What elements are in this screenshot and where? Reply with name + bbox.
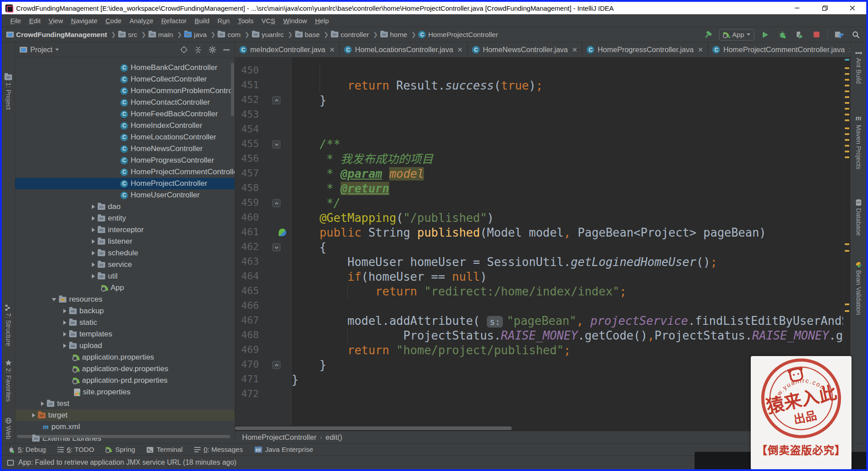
tool-window-button-Java-Enterprise[interactable]: EEJava Enterprise: [255, 446, 313, 454]
tree-item-service[interactable]: service: [15, 259, 234, 270]
warning-stripe-mark[interactable]: [845, 114, 849, 115]
caret-stripe-mark[interactable]: [845, 59, 849, 61]
warning-stripe-mark[interactable]: [845, 67, 849, 69]
fold-marker-icon[interactable]: [272, 199, 280, 207]
menu-item-build[interactable]: Build: [190, 16, 213, 26]
tool-window-button-Terminal[interactable]: Terminal: [147, 446, 183, 454]
tool-stripe-button-Ant-Build[interactable]: Ant Build: [851, 50, 866, 84]
warning-stripe-mark[interactable]: [845, 90, 849, 92]
tab-HomeProgressController.java[interactable]: CHomeProgressController.java✕: [582, 42, 708, 57]
tool-stripe-button-1--Project[interactable]: 1: Project: [2, 74, 15, 110]
warning-stripe-mark[interactable]: [845, 151, 849, 152]
menu-item-vcs[interactable]: VCS: [257, 16, 279, 26]
chevron-down-icon[interactable]: [55, 49, 59, 51]
menu-item-edit[interactable]: Edit: [25, 16, 45, 26]
tree-expand-arrow[interactable]: [92, 216, 95, 221]
search-everywhere-icon[interactable]: [850, 29, 862, 41]
tree-item-application.properties[interactable]: application.properties: [15, 352, 234, 363]
breadcrumb-item-src[interactable]: src: [118, 31, 137, 39]
breadcrumb-item-controller[interactable]: controller: [331, 31, 369, 39]
tree-item-static[interactable]: static: [15, 317, 234, 328]
tool-stripe-button-Web[interactable]: Web: [2, 418, 15, 439]
tab-HomeNewsController.java[interactable]: CHomeNewsController.java✕: [468, 42, 582, 57]
tree-expand-arrow[interactable]: [63, 332, 66, 336]
tree-item-HomeProjectCommentController[interactable]: CHomeProjectCommentController: [15, 166, 234, 178]
warning-stripe-mark[interactable]: [845, 156, 849, 158]
tree-item-dao[interactable]: dao: [15, 201, 234, 213]
tree-expand-arrow[interactable]: [92, 239, 95, 244]
tree-item-test[interactable]: test: [15, 398, 234, 410]
spring-bean-gutter-icon[interactable]: [279, 229, 286, 236]
tree-expand-arrow[interactable]: [63, 320, 66, 325]
warning-stripe-mark[interactable]: [845, 108, 849, 110]
settings-gear-icon[interactable]: [208, 45, 217, 54]
warning-stripe-mark[interactable]: [845, 243, 849, 245]
warning-stripe-mark[interactable]: [845, 96, 849, 98]
tree-item-External-Libraries[interactable]: External Libraries: [15, 433, 234, 443]
tool-stripe-button-Maven-Projects[interactable]: mMaven Projects: [851, 114, 866, 169]
tab-close-icon[interactable]: ✕: [457, 46, 463, 54]
build-hammer-icon[interactable]: [702, 29, 714, 41]
breadcrumb-item-main[interactable]: main: [148, 31, 173, 39]
warning-stripe-mark[interactable]: [845, 133, 849, 135]
tree-item-App[interactable]: App: [15, 282, 234, 294]
menu-item-tools[interactable]: Tools: [234, 16, 257, 26]
tree-expand-arrow[interactable]: [92, 274, 95, 279]
warning-stripe-mark[interactable]: [845, 250, 849, 252]
locate-file-icon[interactable]: [179, 45, 188, 54]
tool-window-toggle-icon[interactable]: [7, 460, 14, 466]
warning-stripe-mark[interactable]: [845, 303, 849, 305]
tree-item-HomeUserController[interactable]: CHomeUserController: [15, 189, 234, 201]
tool-stripe-button-Bean-Validation[interactable]: Bean Validation: [851, 262, 866, 315]
tool-window-button-Spring[interactable]: Spring: [106, 446, 135, 454]
tree-item-templates[interactable]: templates: [15, 328, 234, 340]
tree-item-HomeBankCardController[interactable]: CHomeBankCardController: [15, 62, 234, 74]
menu-item-help[interactable]: Help: [311, 16, 333, 26]
tree-item-util[interactable]: util: [15, 270, 234, 282]
tree-item-HomeContactController[interactable]: CHomeContactController: [15, 97, 234, 108]
tree-item-HomeNewsController[interactable]: CHomeNewsController: [15, 143, 234, 155]
menu-item-refactor[interactable]: Refactor: [157, 16, 191, 26]
tool-windows-icon[interactable]: [833, 29, 845, 41]
tree-item-HomeCollectController[interactable]: CHomeCollectController: [15, 74, 234, 85]
warning-stripe-mark[interactable]: [845, 127, 849, 129]
debug-button[interactable]: [777, 29, 788, 41]
tree-expand-arrow[interactable]: [92, 251, 95, 255]
warning-stripe-mark[interactable]: [845, 139, 849, 141]
tool-stripe-button-Database[interactable]: Database: [851, 199, 866, 236]
minimize-button[interactable]: [783, 2, 811, 14]
fold-marker-icon[interactable]: [272, 96, 280, 104]
warning-stripe-mark[interactable]: [845, 310, 849, 312]
tree-item-schedule[interactable]: schedule: [15, 247, 234, 259]
tree-item-listener[interactable]: listener: [15, 236, 234, 247]
scrollbar-thumb[interactable]: [235, 426, 512, 430]
menu-item-analyze[interactable]: Analyze: [125, 16, 157, 26]
tab-close-icon[interactable]: ✕: [572, 46, 578, 54]
editor-breadcrumb-HomeProjectController[interactable]: HomeProjectController: [242, 433, 317, 442]
tree-expand-arrow[interactable]: [92, 205, 95, 209]
tree-expand-arrow[interactable]: [92, 262, 95, 267]
coverage-button[interactable]: [794, 29, 805, 41]
tree-item-resources[interactable]: resources: [15, 294, 234, 305]
restore-button[interactable]: [811, 2, 839, 14]
tool-window-button-6--TODO[interactable]: 6: TODO: [58, 446, 94, 454]
close-button[interactable]: [839, 2, 866, 14]
breadcrumb-item-home[interactable]: home: [380, 31, 407, 39]
tree-expand-arrow[interactable]: [41, 401, 44, 406]
hide-panel-icon[interactable]: [222, 45, 231, 54]
tree-item-pom.xml[interactable]: mpom.xml: [15, 421, 234, 433]
tree-item-application-prd.properties[interactable]: application-prd.properties: [15, 375, 234, 386]
run-configuration-select[interactable]: App: [719, 29, 754, 41]
menu-item-file[interactable]: File: [6, 16, 25, 26]
collapse-all-icon[interactable]: [193, 45, 202, 54]
breadcrumb-item-java[interactable]: java: [184, 31, 206, 39]
tree-item-HomeProjectController[interactable]: CHomeProjectController: [15, 178, 234, 189]
run-button[interactable]: [760, 29, 771, 41]
tree-expand-arrow[interactable]: [32, 413, 35, 418]
tree-item-HomeIndexController[interactable]: CHomeIndexController: [15, 120, 234, 131]
tree-expand-arrow[interactable]: [63, 309, 66, 313]
tree-item-HomeCommonProblemController[interactable]: CHomeCommonProblemController: [15, 85, 234, 97]
tree-item-interceptor[interactable]: interceptor: [15, 224, 234, 236]
tree-item-HomeLocationsController[interactable]: CHomeLocationsController: [15, 131, 234, 143]
menu-item-navigate[interactable]: Navigate: [67, 16, 101, 26]
